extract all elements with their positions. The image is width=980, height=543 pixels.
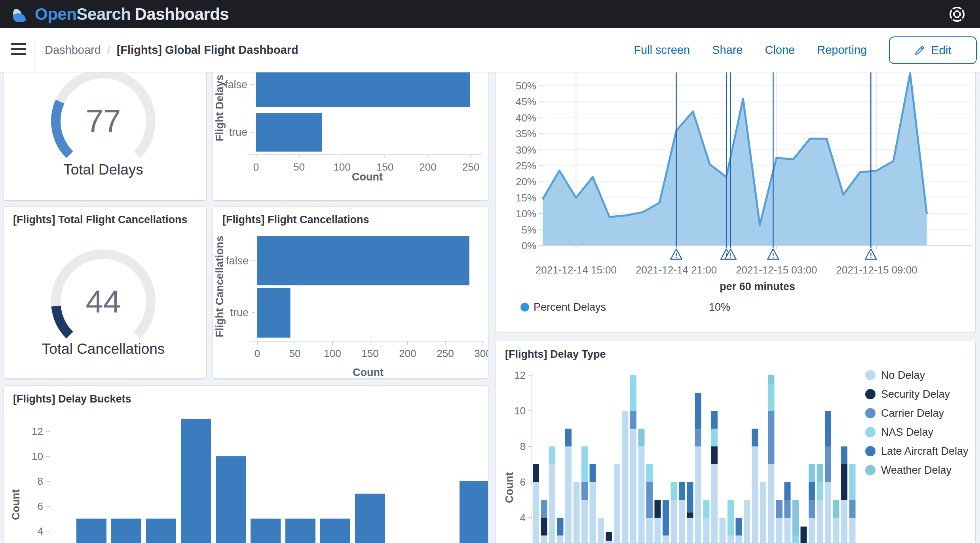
opensearch-logo[interactable]: OpenSearchDashboards (11, 0, 229, 28)
menu-hamburger-icon[interactable] (11, 43, 26, 57)
svg-text:Total Delays: Total Delays (63, 161, 143, 178)
legend-item-no-delay[interactable]: No Delay (865, 369, 925, 381)
svg-text:12: 12 (32, 425, 43, 437)
svg-text:Flight Delays: Flight Delays (214, 75, 226, 141)
svg-text:100: 100 (324, 347, 341, 359)
svg-text:Count: Count (353, 366, 384, 378)
dashboard-top-nav: Dashboard / [Flights] Global Flight Dash… (0, 28, 980, 72)
svg-text:2021-12-14 15:00: 2021-12-14 15:00 (536, 264, 617, 276)
svg-text:4: 4 (38, 525, 43, 537)
logo-dashboards: Dashboards (135, 5, 229, 23)
svg-text:12: 12 (514, 369, 526, 381)
svg-text:50: 50 (293, 161, 305, 173)
panel-flight-cancellations: [Flights] Flight Cancellations 050100150… (213, 206, 488, 379)
svg-text:15%: 15% (516, 192, 536, 204)
panel-delay-buckets: [Flights] Delay Buckets 4681012Count (3, 385, 488, 543)
svg-text:20%: 20% (516, 176, 536, 188)
flight-delays-bar-chart[interactable]: 050100150200250falsetrueCountFlight Dela… (213, 60, 488, 200)
svg-text:Count: Count (10, 489, 22, 520)
panel-title-total-cancellations[interactable]: [Flights] Total Flight Cancellations (13, 214, 188, 226)
svg-text:200: 200 (419, 161, 436, 173)
pencil-icon (914, 45, 925, 56)
svg-text:8: 8 (38, 475, 43, 487)
svg-text:200: 200 (399, 347, 416, 359)
opensearch-logo-icon (11, 5, 30, 24)
svg-text:false: false (226, 255, 249, 267)
percent-delays-area-chart[interactable]: 0%5%10%15%20%25%30%35%40%45%50%!!!!!2021… (496, 60, 975, 332)
breadcrumb-dashboard[interactable]: Dashboard (45, 44, 101, 57)
edit-button-label: Edit (931, 44, 952, 57)
svg-text:No Delay: No Delay (881, 369, 925, 381)
svg-text:true: true (230, 307, 249, 319)
clone-link[interactable]: Clone (765, 44, 795, 57)
svg-text:Count: Count (352, 171, 383, 183)
svg-text:8: 8 (520, 440, 526, 452)
svg-text:!: ! (729, 252, 732, 259)
svg-text:!: ! (870, 252, 872, 259)
svg-text:44: 44 (86, 284, 121, 319)
svg-text:5%: 5% (521, 224, 536, 236)
svg-text:Weather Delay: Weather Delay (881, 464, 952, 476)
total-delays-gauge[interactable]: 77Total Delays (4, 60, 206, 200)
svg-text:250: 250 (462, 161, 479, 173)
edit-button[interactable]: Edit (889, 36, 977, 64)
svg-text:Percent Delays: Percent Delays (534, 301, 606, 313)
delay-buckets-bar-chart[interactable]: 4681012Count (4, 386, 488, 543)
logo-open: Open (35, 5, 76, 23)
page-title: [Flights] Global Flight Dashboard (117, 44, 298, 57)
svg-text:250: 250 (437, 347, 454, 359)
panel-title-delay-type[interactable]: [Flights] Delay Type (505, 348, 606, 361)
svg-text:10%: 10% (709, 301, 730, 313)
svg-text:2021-12-14 21:00: 2021-12-14 21:00 (636, 264, 717, 276)
svg-text:100: 100 (333, 161, 350, 173)
panel-title-delay-buckets[interactable]: [Flights] Delay Buckets (13, 393, 131, 405)
svg-text:300: 300 (474, 347, 488, 359)
breadcrumb: Dashboard / [Flights] Global Flight Dash… (45, 28, 298, 72)
logo-search: Search (76, 5, 131, 23)
svg-text:25%: 25% (516, 160, 536, 172)
breadcrumb-separator: / (107, 44, 110, 57)
svg-text:0: 0 (254, 347, 260, 359)
svg-text:4: 4 (520, 512, 526, 524)
reporting-link[interactable]: Reporting (817, 44, 867, 57)
svg-text:150: 150 (361, 347, 378, 359)
legend-item-carrier-delay[interactable]: Carrier Delay (865, 407, 944, 419)
svg-text:30%: 30% (516, 144, 536, 156)
svg-text:10%: 10% (516, 208, 536, 220)
legend-item-security-delay[interactable]: Security Delay (865, 388, 950, 400)
svg-text:0: 0 (253, 161, 259, 173)
svg-text:Flight Cancellations: Flight Cancellations (214, 236, 226, 338)
opensearch-dashboards-app: OpenSearchDashboards Dashboard / [Flight… (0, 0, 980, 543)
share-link[interactable]: Share (712, 44, 743, 57)
svg-text:50: 50 (289, 347, 301, 359)
logo-text: OpenSearchDashboards (35, 5, 229, 24)
svg-text:2021-12-15 09:00: 2021-12-15 09:00 (836, 264, 917, 276)
svg-text:45%: 45% (516, 96, 536, 108)
panel-total-delays: 77Total Delays (3, 59, 207, 201)
svg-text:NAS Delay: NAS Delay (881, 426, 934, 438)
svg-text:6: 6 (520, 476, 526, 488)
lifebuoy-help-icon[interactable] (948, 6, 966, 23)
flight-cancellations-bar-chart[interactable]: 050100150200250300falsetrueCountFlight C… (213, 207, 488, 378)
svg-text:!: ! (772, 252, 775, 259)
delay-type-stacked-bar-chart[interactable]: 4681012CountNo DelaySecurity DelayCarrie… (496, 341, 975, 543)
panel-flight-delays: 050100150200250falsetrueCountFlight Dela… (213, 59, 488, 201)
svg-text:Security Delay: Security Delay (881, 388, 950, 400)
svg-text:Carrier Delay: Carrier Delay (881, 407, 944, 419)
svg-text:2021-12-15 03:00: 2021-12-15 03:00 (736, 264, 817, 276)
svg-text:Late Aircraft Delay: Late Aircraft Delay (881, 445, 969, 457)
legend-item-nas-delay[interactable]: NAS Delay (865, 426, 934, 438)
svg-text:77: 77 (86, 103, 121, 139)
svg-text:50%: 50% (516, 80, 536, 92)
svg-text:10: 10 (514, 405, 526, 417)
legend-item-weather-delay[interactable]: Weather Delay (865, 464, 952, 476)
nav-divider (34, 40, 34, 72)
full-screen-link[interactable]: Full screen (634, 44, 690, 57)
panel-title-flight-cancellations[interactable]: [Flights] Flight Cancellations (222, 214, 369, 226)
svg-text:Count: Count (503, 472, 515, 503)
legend-item-late-aircraft-delay[interactable]: Late Aircraft Delay (865, 445, 969, 457)
nav-actions: Full screen Share Clone Reporting Edit (634, 28, 977, 72)
svg-text:true: true (229, 126, 247, 138)
svg-text:per 60 minutes: per 60 minutes (720, 281, 795, 292)
total-cancellations-gauge[interactable]: 44Total Cancellations (4, 207, 206, 378)
